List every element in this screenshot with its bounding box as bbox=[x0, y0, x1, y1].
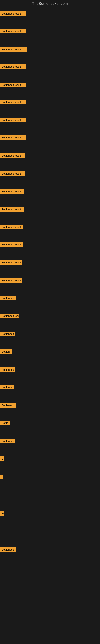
bottleneck-result-item[interactable]: Bottleneck result bbox=[0, 172, 25, 176]
bottleneck-result-item[interactable]: Bottleneck result bbox=[0, 242, 23, 247]
bottleneck-result-item[interactable]: Bottleneck result bbox=[0, 100, 26, 104]
bottleneck-result-item[interactable]: Bottleneck result bbox=[0, 82, 26, 87]
bottleneck-result-item[interactable]: Bottleneck result bbox=[0, 207, 24, 212]
bottleneck-result-item[interactable]: Bottleneck result bbox=[0, 225, 23, 230]
bottleneck-result-item[interactable]: Bottleneck result bbox=[0, 64, 26, 69]
bottleneck-result-item[interactable]: Bottlenec bbox=[0, 385, 14, 390]
bottleneck-result-item[interactable]: Bottleneck result bbox=[0, 47, 27, 52]
bottleneck-result-item[interactable]: B bbox=[0, 456, 4, 461]
bottleneck-result-item[interactable]: Bottleneck result bbox=[0, 118, 26, 122]
bottleneck-result-item[interactable]: Bottleneck result bbox=[0, 260, 22, 265]
bottleneck-result-item[interactable]: | bbox=[0, 474, 3, 479]
bottleneck-result-item[interactable]: Bottle bbox=[0, 420, 10, 425]
bottleneck-result-item[interactable]: Bottleneck result bbox=[0, 278, 22, 283]
site-title: TheBottlenecker.com bbox=[0, 0, 100, 8]
bottleneck-result-item[interactable]: Bottleneck bbox=[0, 439, 15, 443]
bottleneck-result-item[interactable]: Bottleneck result bbox=[0, 189, 24, 194]
bottleneck-result-item[interactable]: Bottleneck result bbox=[0, 153, 25, 158]
bottleneck-result-item[interactable]: Bottleneck r bbox=[0, 296, 16, 300]
bottleneck-result-item[interactable]: Bottleneck r bbox=[0, 403, 16, 408]
bottleneck-result-item[interactable]: Bottleneck bbox=[0, 332, 15, 336]
bottleneck-result-item[interactable]: Bottleneck result bbox=[0, 12, 26, 16]
bottleneck-result-item[interactable]: Bo bbox=[0, 511, 4, 516]
bottleneck-result-item[interactable]: Bottleneck result bbox=[0, 29, 26, 34]
bottleneck-result-item[interactable]: Bottleneck bbox=[0, 368, 15, 372]
bottleneck-result-item[interactable]: Bottleneck r bbox=[0, 548, 16, 552]
bottleneck-result-item[interactable]: Bottlen bbox=[0, 349, 12, 354]
bottleneck-result-item[interactable]: Bottleneck resu bbox=[0, 314, 19, 318]
bottleneck-result-item[interactable]: Bottleneck result bbox=[0, 135, 26, 140]
